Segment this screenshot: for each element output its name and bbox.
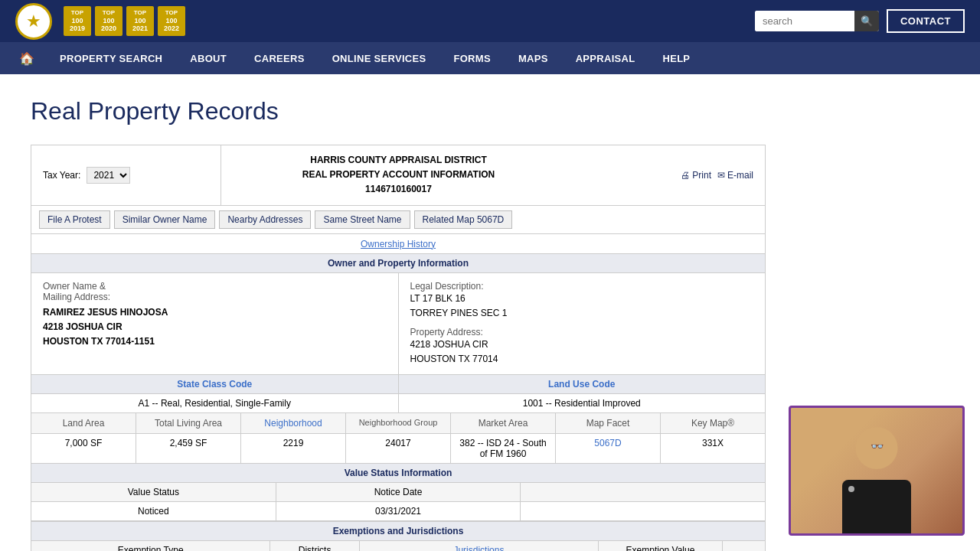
search-input[interactable] <box>755 11 854 31</box>
similar-owner-button[interactable]: Similar Owner Name <box>114 210 216 229</box>
logo-star: ★ <box>26 11 41 31</box>
page-title: Real Property Records <box>31 97 949 126</box>
col-map-facet: Map Facet <box>556 413 661 433</box>
video-overlay: 👓 <box>789 406 965 536</box>
nav-property-search[interactable]: PROPERTY SEARCH <box>46 42 176 74</box>
tax-year-select[interactable]: 2021 2020 2019 <box>87 167 130 184</box>
nav-bar: 🏠 PROPERTY SEARCH ABOUT CAREERS ONLINE S… <box>0 42 980 74</box>
ownership-history-row: Ownership History <box>31 234 765 254</box>
search-button[interactable]: 🔍 <box>854 11 879 31</box>
owner-left-panel: Owner Name & Mailing Address: RAMIREZ JE… <box>31 273 399 375</box>
value-status-data-row: Noticed 03/31/2021 <box>31 502 765 521</box>
land-use-code-value: 1001 -- Residential Improved <box>399 394 766 412</box>
top-bar: ★ TOP1002019 TOP1002020 TOP1002021 TOP10… <box>0 0 980 42</box>
area-data-row: 7,000 SF 2,459 SF 2219 24017 382 -- ISD … <box>31 434 765 464</box>
value-status-col-row: Value Status Notice Date <box>31 483 765 502</box>
nav-home-button[interactable]: 🏠 <box>8 51 46 66</box>
ownership-history-link[interactable]: Ownership History <box>361 239 436 249</box>
nav-careers[interactable]: CAREERS <box>240 42 318 74</box>
legal-desc-label: Legal Description: <box>410 281 754 292</box>
tax-year-label: Tax Year: <box>43 170 80 181</box>
print-link[interactable]: 🖨 Print <box>681 170 711 181</box>
contact-button[interactable]: CONTACT <box>887 9 965 33</box>
video-glasses: 👓 <box>871 440 884 452</box>
ex-col-type: Exemption Type <box>31 541 270 551</box>
col-land-area: Land Area <box>31 413 136 433</box>
account-info-center: HARRIS COUNTY APPRAISAL DISTRICT REAL PR… <box>221 145 577 205</box>
vs-col3-placeholder <box>521 483 765 501</box>
neighborhood-group-value: 24017 <box>346 434 451 463</box>
col-neighborhood[interactable]: Neighborhood <box>241 413 346 433</box>
property-addr-label: Property Address: <box>410 327 754 337</box>
file-protest-button[interactable]: File A Protest <box>39 210 110 229</box>
same-street-button[interactable]: Same Street Name <box>315 210 410 229</box>
owner-property-section-header: Owner and Property Information <box>31 254 765 273</box>
info-header: Tax Year: 2021 2020 2019 HARRIS COUNTY A… <box>31 145 765 206</box>
header-line1: HARRIS COUNTY APPRAISAL DISTRICT <box>233 153 565 168</box>
owner-right-panel: Legal Description: LT 17 BLK 16 TORREY P… <box>399 273 766 375</box>
area-col-headers: Land Area Total Living Area Neighborhood… <box>31 413 765 434</box>
email-link[interactable]: ✉ E-mail <box>717 170 753 181</box>
ex-col-value: Exemption Value <box>599 541 723 551</box>
exemptions-section: Exemptions and Jurisdictions Exemption T… <box>31 522 765 551</box>
exemptions-col-row: Exemption Type Districts Jurisdictions E… <box>31 541 765 551</box>
col-total-living: Total Living Area <box>136 413 241 433</box>
ex-col-extra <box>723 541 765 551</box>
award-badge-3: TOP1002021 <box>126 6 154 36</box>
top-bar-left: ★ TOP1002019 TOP1002020 TOP1002021 TOP10… <box>15 3 185 40</box>
value-status-section: Value Status Information Value Status No… <box>31 464 765 522</box>
award-badge-2: TOP1002020 <box>95 6 122 36</box>
search-box[interactable]: 🔍 <box>755 11 879 31</box>
related-map-button[interactable]: Related Map 5067D <box>414 210 513 229</box>
property-addr-value: 4218 JOSHUA CIR HOUSTON TX 77014 <box>410 337 754 367</box>
nav-about[interactable]: ABOUT <box>176 42 240 74</box>
exemptions-header: Exemptions and Jurisdictions <box>31 522 765 541</box>
vs-col2: Notice Date <box>276 483 521 501</box>
video-dot <box>848 486 854 492</box>
video-person: 👓 <box>791 408 962 533</box>
owner-info-row: Owner Name & Mailing Address: RAMIREZ JE… <box>31 273 765 376</box>
map-facet-value: 5067D <box>556 434 661 463</box>
code-headers-row: State Class Code Land Use Code <box>31 375 765 394</box>
ex-col-jurisdictions: Jurisdictions <box>360 541 599 551</box>
award-badge-1: TOP1002019 <box>64 6 91 36</box>
col-neighborhood-group: Neighborhood Group <box>346 413 451 433</box>
vs-extra <box>521 502 765 520</box>
video-body <box>842 480 911 533</box>
state-class-code-value: A1 -- Real, Residential, Single-Family <box>31 394 399 412</box>
code-values-row: A1 -- Real, Residential, Single-Family 1… <box>31 394 765 413</box>
top-bar-right: 🔍 CONTACT <box>755 9 965 33</box>
header-line3: 1146710160017 <box>233 182 565 197</box>
owner-name-label: Owner Name & Mailing Address: <box>43 281 387 302</box>
nearby-addresses-button[interactable]: Nearby Addresses <box>219 210 311 229</box>
print-email-section: 🖨 Print ✉ E-mail <box>576 145 765 205</box>
market-area-value: 382 -- ISD 24 - South of FM 1960 <box>451 434 556 463</box>
vs-status-value: Noticed <box>31 502 276 520</box>
vs-col1: Value Status <box>31 483 276 501</box>
tax-year-section: Tax Year: 2021 2020 2019 <box>31 145 221 205</box>
logo: ★ <box>15 3 52 40</box>
state-class-code-header[interactable]: State Class Code <box>31 375 399 393</box>
land-use-code-header[interactable]: Land Use Code <box>399 375 766 393</box>
owner-name-value: RAMIREZ JESUS HINOJOSA 4218 JOSHUA CIR H… <box>43 305 387 350</box>
land-area-value: 7,000 SF <box>31 434 136 463</box>
neighborhood-value: 2219 <box>241 434 346 463</box>
col-market-area: Market Area <box>451 413 556 433</box>
nav-online-services[interactable]: ONLINE SERVICES <box>318 42 440 74</box>
awards-group: TOP1002019 TOP1002020 TOP1002021 TOP1002… <box>64 6 185 36</box>
legal-desc-value: LT 17 BLK 16 TORREY PINES SEC 1 <box>410 292 754 321</box>
main-table: Tax Year: 2021 2020 2019 HARRIS COUNTY A… <box>31 145 766 551</box>
col-key-map: Key Map® <box>661 413 765 433</box>
action-buttons-row: File A Protest Similar Owner Name Nearby… <box>31 206 765 234</box>
key-map-value: 331X <box>661 434 765 463</box>
vs-date-value: 03/31/2021 <box>276 502 521 520</box>
header-line2: REAL PROPERTY ACCOUNT INFORMATION <box>233 168 565 182</box>
value-status-header: Value Status Information <box>31 464 765 483</box>
nav-maps[interactable]: MAPS <box>505 42 562 74</box>
nav-forms[interactable]: FORMS <box>439 42 504 74</box>
award-badge-4: TOP1002022 <box>158 6 185 36</box>
total-living-value: 2,459 SF <box>136 434 241 463</box>
nav-appraisal[interactable]: APPRAISAL <box>562 42 649 74</box>
ex-col-districts: Districts <box>270 541 359 551</box>
nav-help[interactable]: HELP <box>648 42 704 74</box>
